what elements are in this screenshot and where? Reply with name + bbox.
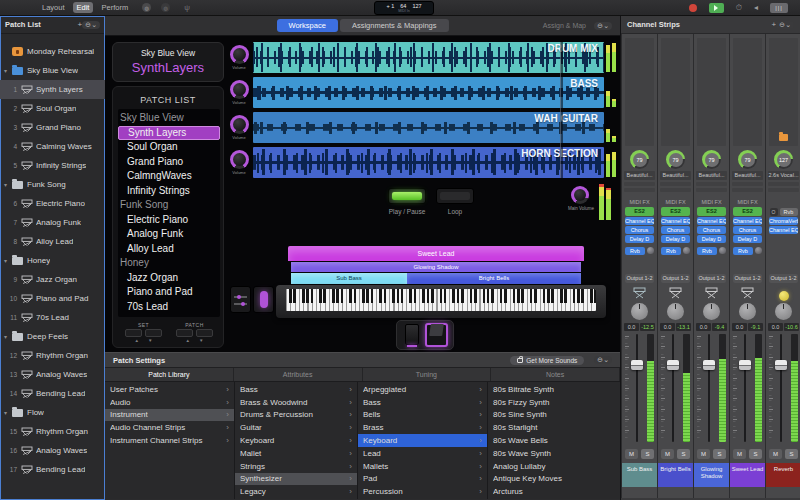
tab-notes[interactable]: Notes <box>491 368 620 381</box>
channel-strips-action-menu[interactable]: ⊖⌄ <box>776 21 794 29</box>
keyboard-keys[interactable] <box>286 289 596 311</box>
library-item[interactable]: Audio Channel Strips › <box>105 421 234 434</box>
solo-button[interactable]: S <box>641 449 654 459</box>
volume-value[interactable]: -10.6 <box>784 323 799 331</box>
channel-volume-knob[interactable]: 79 <box>630 150 649 169</box>
output-slot[interactable]: Output 1-2 <box>733 274 762 283</box>
patch-down-button[interactable] <box>196 329 213 337</box>
master-mute-icon[interactable]: ◂ <box>754 4 758 12</box>
instrument-slot[interactable]: ES2 <box>733 207 762 216</box>
patch-row[interactable]: ▾ 10 Piano and Pad <box>0 289 105 308</box>
layer-glowing-shadow[interactable]: Glowing Shadow <box>291 262 581 272</box>
eq-thumbnail[interactable] <box>660 182 691 186</box>
category-item[interactable]: Guitar › <box>235 421 357 434</box>
channel-volume-knob[interactable]: 79 <box>666 150 685 169</box>
send-knob[interactable] <box>755 247 762 254</box>
widget-patch-item[interactable]: Soul Organ <box>118 140 220 155</box>
patch-row[interactable]: ▾ 8 Alloy Lead <box>0 232 105 251</box>
disclosure-icon[interactable]: ▾ <box>4 181 12 188</box>
tab-attributes[interactable]: Attributes <box>234 368 363 381</box>
patch-result-item[interactable]: Antique Key Moves <box>488 473 620 486</box>
patch-row[interactable]: ▾ 15 Rhythm Organ <box>0 422 105 441</box>
eq-thumbnail[interactable] <box>732 188 763 192</box>
inserts-area[interactable] <box>733 38 762 146</box>
output-slot[interactable]: Output 1-2 <box>625 274 654 283</box>
assign-map-button[interactable]: Assign & Map <box>543 22 586 29</box>
volume-value[interactable]: -9.4 <box>712 323 727 331</box>
mute-button[interactable]: M <box>769 449 782 459</box>
pan-knob[interactable] <box>775 303 792 320</box>
category-item[interactable]: Legacy › <box>235 485 357 498</box>
patch-row[interactable]: ▾ 14 Bending Lead <box>0 384 105 403</box>
inserts-area[interactable] <box>661 38 690 146</box>
subcategory-item[interactable]: Mallets › <box>358 460 487 473</box>
patch-row[interactable]: ▾ 17 Bending Lead <box>0 460 105 479</box>
patch-row[interactable]: ▾ Deep Feels <box>0 327 105 346</box>
strip-name[interactable]: Glowing Shadow <box>694 463 729 487</box>
patch-row[interactable]: ▾ Flow <box>0 403 105 422</box>
record-button[interactable] <box>689 4 697 12</box>
send-knob[interactable] <box>719 247 726 254</box>
send-slot[interactable]: Rvb <box>661 247 681 255</box>
disclosure-icon[interactable]: ▾ <box>4 257 12 264</box>
eq-thumbnail[interactable] <box>696 182 727 186</box>
library-item[interactable]: Audio › <box>105 396 234 409</box>
patch-row[interactable]: ▾ 16 Analog Waves <box>0 441 105 460</box>
category-item[interactable]: Strings › <box>235 460 357 473</box>
eq-thumbnail[interactable] <box>624 188 655 192</box>
play-pause-button[interactable] <box>388 188 426 204</box>
strip-name[interactable]: Bright Bells <box>658 463 693 487</box>
sustain-pedal[interactable] <box>405 324 419 345</box>
mute-button[interactable]: M <box>697 449 710 459</box>
edit-mode-button[interactable]: Edit <box>73 2 94 13</box>
pitch-bend-wheel[interactable] <box>230 286 251 313</box>
main-volume-knob[interactable] <box>571 186 589 204</box>
pan-knob[interactable] <box>703 303 720 320</box>
output-slot[interactable]: Output 1-2 <box>661 274 690 283</box>
patch-row[interactable]: ▾ Funk Song <box>0 175 105 194</box>
set-down-button[interactable] <box>145 329 162 337</box>
patch-row[interactable]: ▾ 5 Infinity Strings <box>0 156 105 175</box>
widget-patch-item[interactable]: Analog Funk <box>118 227 220 242</box>
strip-name[interactable]: Sub Bass <box>622 463 657 487</box>
patch-row[interactable]: ▾ Honey <box>0 251 105 270</box>
layer-sub-bass[interactable]: Sub Bass <box>291 273 407 284</box>
solo-button[interactable]: S <box>749 449 762 459</box>
output-slot[interactable]: Output 1-2 <box>697 274 726 283</box>
audio-fx-slot[interactable]: Chorus <box>661 226 690 234</box>
channel-volume-knob[interactable]: 79 <box>702 150 721 169</box>
strip-name[interactable]: Sweet Lead <box>730 463 765 487</box>
mod-wheel[interactable] <box>253 286 274 313</box>
channel-volume-knob[interactable]: 79 <box>738 150 757 169</box>
channel-volume-knob[interactable]: 127 <box>774 150 793 169</box>
playhead[interactable] <box>560 42 563 178</box>
mute-button[interactable]: M <box>625 449 638 459</box>
send-slot[interactable]: Rvb <box>625 247 645 255</box>
widget-patch-item[interactable]: Infinity Strings <box>118 184 220 199</box>
expression-pedal[interactable] <box>425 323 448 347</box>
mute-button[interactable]: M <box>661 449 674 459</box>
mod-wheel-slider[interactable] <box>260 291 268 308</box>
disclosure-icon[interactable]: ▾ <box>4 67 12 74</box>
tab-tuning[interactable]: Tuning <box>363 368 492 381</box>
patch-row[interactable]: ▾ 9 Jazz Organ <box>0 270 105 289</box>
patch-row[interactable]: ▾ 12 Rhythm Organ <box>0 346 105 365</box>
pan-value[interactable]: 0.0 <box>624 323 639 331</box>
patch-result-item[interactable]: Analog Lullaby <box>488 460 620 473</box>
preset-label[interactable]: Beautiful... <box>660 171 691 180</box>
audio-fx-slot[interactable]: Channel EQ <box>625 217 654 225</box>
solo-button[interactable]: S <box>677 449 690 459</box>
subcategory-item[interactable]: Lead › <box>358 447 487 460</box>
eq-thumbnail[interactable] <box>732 182 763 186</box>
patch-settings-action-menu[interactable]: ⊖⌄ <box>594 356 612 364</box>
patch-row[interactable]: ▾ 2 Soul Organ <box>0 99 105 118</box>
eq-thumbnail[interactable] <box>660 188 691 192</box>
patch-result-item[interactable]: 80s Sine Synth <box>488 409 620 422</box>
patch-result-item[interactable]: 80s Starlight <box>488 421 620 434</box>
send-slot[interactable]: Rvb <box>697 247 717 255</box>
volume-fader[interactable] <box>739 360 751 370</box>
preset-label[interactable]: Beautiful... <box>732 171 763 180</box>
patch-row[interactable]: ▾ 11 70s Lead <box>0 308 105 327</box>
subcategory-item[interactable]: Pad › <box>358 473 487 486</box>
patch-row[interactable]: ▾ 1 Synth Layers <box>0 80 105 99</box>
